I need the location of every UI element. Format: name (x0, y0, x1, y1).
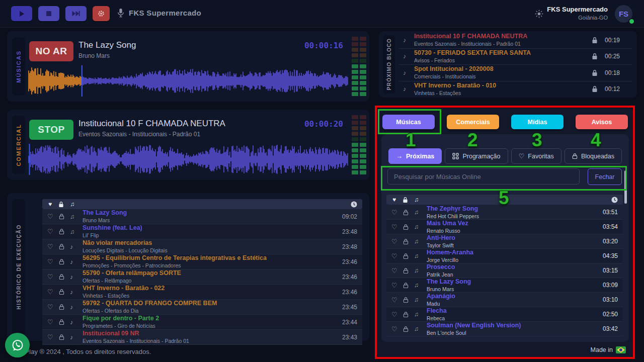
favorite-heart-icon[interactable]: ♡ (47, 319, 55, 325)
tab-proximas[interactable]: → Próximas (388, 148, 442, 164)
favorite-heart-icon[interactable]: ♡ (47, 334, 55, 340)
favorite-heart-icon[interactable]: ♡ (47, 304, 55, 310)
scrollbar[interactable] (624, 170, 627, 204)
track-title[interactable]: 56295 - Equilibrium Centro de Terapias i… (83, 254, 267, 262)
history-row[interactable]: ♡ ♫ The Lazy Song Bruno Mars 09:02 (42, 209, 362, 224)
track-title[interactable]: Mais Uma Vez (427, 220, 468, 227)
tab-programacao[interactable]: Programação (445, 148, 508, 164)
favorite-heart-icon[interactable]: ♡ (47, 243, 55, 250)
track-title[interactable]: Sunshine (feat. Lea) (83, 224, 142, 232)
track-title[interactable]: Homem-Aranha (427, 249, 473, 256)
lock-icon[interactable] (592, 53, 598, 60)
favorite-heart-icon[interactable]: ♡ (47, 258, 55, 265)
lock-icon[interactable] (59, 213, 64, 220)
next-block-item[interactable]: ♪ Institucional 10 F CHAMADA NEUTRA Even… (399, 32, 632, 49)
history-row[interactable]: ♡ ♪ 56295 - Equilibrium Centro de Terapi… (42, 254, 362, 269)
search-input[interactable] (387, 168, 580, 185)
lock-icon[interactable] (592, 37, 598, 44)
track-row[interactable]: ♡ ♫ Homem-Aranha Jorge Vercillo 04:35 (386, 249, 623, 263)
next-block-item[interactable]: ♪ VHT Inverno - Baratão - 010 Vinhetas -… (399, 81, 632, 98)
lock-icon[interactable] (403, 238, 409, 245)
favorite-heart-icon[interactable]: ♡ (391, 267, 399, 274)
track-title[interactable]: Fique por dentro - Parte 2 (83, 315, 159, 322)
favorite-heart-icon[interactable]: ♡ (391, 282, 399, 289)
tab-bloqueadas[interactable]: Bloqueadas (565, 148, 622, 164)
lock-icon[interactable] (592, 85, 598, 93)
play-button[interactable] (11, 6, 32, 21)
track-title[interactable]: Apanágio (427, 293, 455, 300)
stop-button[interactable] (38, 6, 59, 21)
whatsapp-button[interactable] (5, 333, 30, 357)
category-button-midias[interactable]: Mídias (511, 115, 564, 129)
history-row[interactable]: ♡ ♪ Institucional 09 NR Eventos Sazonais… (42, 330, 362, 345)
lock-icon[interactable] (403, 311, 409, 318)
track-row[interactable]: ♡ ♫ The Lazy Song Bruno Mars 03:09 (386, 278, 623, 293)
history-row[interactable]: ♡ ♪ VHT Inverno - Baratão - 022 Vinhetas… (42, 285, 362, 300)
lock-icon[interactable] (59, 289, 64, 295)
track-title[interactable]: Soulman (New English Version) (427, 322, 521, 329)
history-row[interactable]: ♡ ♪ Fique por dentro - Parte 2 Programet… (42, 315, 362, 330)
lock-icon[interactable] (403, 282, 409, 289)
lock-icon[interactable] (403, 297, 409, 303)
account-info[interactable]: FKS Supermercado Goiânia-GO (547, 6, 608, 21)
favorite-heart-icon[interactable]: ♡ (391, 224, 399, 230)
next-block-item[interactable]: ♪ 50730 - FERIADO SEXTA FEIRA SANTA Avis… (399, 49, 632, 65)
category-button-comerciais[interactable]: Comerciais (447, 115, 499, 129)
stop-badge[interactable]: STOP (29, 120, 73, 140)
favorite-heart-icon[interactable]: ♡ (391, 209, 399, 216)
history-row[interactable]: ♡ ♪ Não violar mercadorias Locuções Digi… (42, 239, 362, 254)
favorite-heart-icon[interactable]: ♡ (47, 289, 55, 295)
history-row[interactable]: ♡ ♪ 59792 - QUARTA DO FRANGO COMPRE BEM … (42, 300, 362, 315)
favorite-heart-icon[interactable]: ♡ (47, 274, 55, 280)
track-title[interactable]: Não violar mercadorias (83, 239, 168, 247)
track-title[interactable]: The Lazy Song (83, 209, 127, 217)
favorite-heart-icon[interactable]: ♡ (391, 311, 399, 318)
next-block-item[interactable]: ♪ Spot Intitucional - 2020008 Comerciais… (399, 65, 632, 81)
lock-icon[interactable] (59, 243, 64, 250)
favorite-heart-icon[interactable]: ♡ (391, 326, 399, 332)
theme-toggle-sun-icon[interactable] (535, 10, 543, 18)
skip-button[interactable] (65, 6, 87, 21)
mic-icon[interactable] (117, 8, 124, 18)
favorite-heart-icon[interactable]: ♡ (391, 297, 399, 303)
history-row[interactable]: ♡ ♪ 55790 - Oferta relâmpago SORTE Ofert… (42, 269, 362, 285)
track-title[interactable]: Flecha (427, 307, 447, 315)
lock-icon[interactable] (403, 267, 409, 274)
category-button-avisos[interactable]: Avisos (576, 115, 628, 129)
track-row[interactable]: ♡ ♫ The Zephyr Song Red Hot Chili Pepper… (386, 205, 623, 220)
track-row[interactable]: ♡ ♫ Soulman (New English Version) Ben L'… (386, 322, 623, 336)
on-air-badge[interactable]: NO AR (29, 41, 73, 61)
lock-icon[interactable] (403, 326, 409, 332)
favorite-heart-icon[interactable]: ♡ (47, 228, 55, 235)
waveform[interactable] (28, 65, 348, 97)
waveform[interactable] (28, 144, 348, 175)
track-row[interactable]: ♡ ♫ Mais Uma Vez Renato Russo 03:54 (386, 220, 623, 234)
favorite-heart-icon[interactable]: ♡ (391, 253, 399, 259)
lock-icon[interactable] (403, 253, 409, 259)
track-row[interactable]: ♡ ♫ Anti-Hero Taylor Swift 03:20 (386, 234, 623, 249)
tab-favoritas[interactable]: ♡ Favoritas (511, 148, 561, 164)
lock-icon[interactable] (59, 319, 64, 325)
lock-icon[interactable] (59, 228, 64, 235)
track-title[interactable]: VHT Inverno - Baratão - 022 (83, 285, 165, 292)
category-button-musicas[interactable]: Músicas (382, 115, 435, 129)
settings-button[interactable] (93, 6, 110, 21)
lock-icon[interactable] (59, 334, 64, 340)
lock-icon[interactable] (59, 258, 64, 265)
lock-icon[interactable] (592, 69, 598, 76)
history-row[interactable]: ♡ ♫ Sunshine (feat. Lea) Lil' Flip 23:48 (42, 224, 362, 239)
track-title[interactable]: Prosecco (427, 263, 455, 271)
track-title[interactable]: Anti-Hero (427, 234, 455, 242)
track-title[interactable]: The Lazy Song (427, 278, 471, 286)
track-title[interactable]: Institucional 09 NR (83, 330, 189, 337)
track-title[interactable]: 59792 - QUARTA DO FRANGO COMPRE BEM (83, 300, 217, 307)
track-title[interactable]: The Zephyr Song (427, 205, 479, 213)
lock-icon[interactable] (403, 209, 409, 216)
favorite-heart-icon[interactable]: ♡ (391, 238, 399, 245)
close-search-button[interactable]: Fechar (588, 168, 622, 185)
track-row[interactable]: ♡ ♫ Flecha Rebeca 02:50 (386, 307, 623, 322)
track-row[interactable]: ♡ ♫ Prosecco Patrik Jean 03:15 (386, 263, 623, 278)
favorite-heart-icon[interactable]: ♡ (47, 213, 55, 220)
lock-icon[interactable] (59, 274, 64, 280)
track-row[interactable]: ♡ ♫ Apanágio Madu 03:10 (386, 293, 623, 307)
